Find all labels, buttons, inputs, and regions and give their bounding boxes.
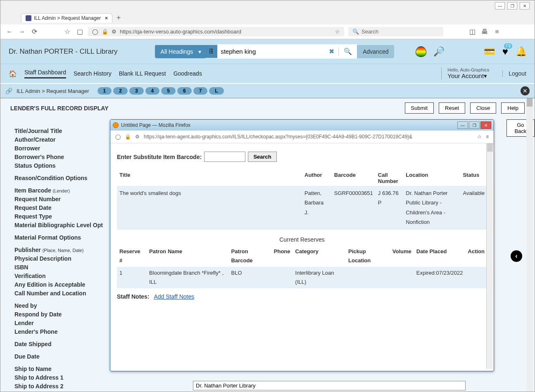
add-staff-notes-link[interactable]: Add Staff Notes <box>154 293 194 300</box>
new-tab-button[interactable]: + <box>117 14 121 22</box>
advanced-search-button[interactable]: Advanced <box>357 45 394 58</box>
tab-bar: ILL Admin > Request Manager × + <box>0 11 535 24</box>
forward-icon[interactable]: → <box>18 28 26 36</box>
account-block[interactable]: Hello, Auto-Graphics Your Account▾ <box>441 67 489 80</box>
popup-window: Untitled Page — Mozilla Firefox — ❐ ✕ ◯ … <box>110 119 494 371</box>
field-label: Request Number <box>14 195 109 203</box>
next-record-icon[interactable]: ‹ <box>511 250 522 262</box>
lock-icon: 🔒 <box>102 29 108 35</box>
pill-5[interactable]: 5 <box>161 87 176 95</box>
popup-scrollbar[interactable] <box>486 143 493 369</box>
pill-4[interactable]: 4 <box>145 87 160 95</box>
search-go-icon[interactable]: 🔍 <box>339 44 357 59</box>
cell-title: The world's smallest dogs <box>117 186 302 230</box>
reload-icon[interactable]: ⟳ <box>30 28 38 36</box>
nav-goodreads[interactable]: Goodreads <box>174 70 202 77</box>
popup-navbar: ◯ 🔒 ⚙ https://qa-tenn-agent.auto-graphic… <box>110 131 494 143</box>
rth-patron-name: Patron Name <box>147 245 228 267</box>
firefox-icon <box>113 122 119 128</box>
balloon-icon[interactable] <box>416 46 426 57</box>
pocket-save-icon[interactable]: ◫ <box>468 28 476 36</box>
popup-lock-icon[interactable]: 🔒 <box>125 134 131 140</box>
pill-7[interactable]: 7 <box>193 87 208 95</box>
popup-maximize-button[interactable]: ❐ <box>469 121 480 129</box>
favorites-icon[interactable]: ♥ F9 <box>502 46 508 57</box>
th-title: Title <box>117 170 302 186</box>
popup-body: Enter Substitute Item Barcode: Search Ti… <box>110 143 494 369</box>
pill-1[interactable]: 1 <box>97 87 112 95</box>
popup-minimize-button[interactable]: — <box>457 121 468 129</box>
window-controls: — ❐ ✕ <box>0 0 535 11</box>
breadcrumb-text[interactable]: ILL Admin > Request Manager <box>17 88 89 94</box>
star-icon[interactable]: ☆ <box>335 29 340 35</box>
rcell-patron-name: Bloomingdale Branch *Firefly* , ILL <box>147 267 228 288</box>
notifications-icon[interactable]: 🔔 <box>516 46 526 57</box>
popup-hamburger-icon[interactable]: ≡ <box>486 134 489 140</box>
logout-link[interactable]: Logout <box>502 70 526 77</box>
pill-6[interactable]: 6 <box>177 87 192 95</box>
popup-titlebar[interactable]: Untitled Page — Mozilla Firefox — ❐ ✕ <box>110 120 494 131</box>
popup-shield-icon[interactable]: ◯ <box>115 134 121 140</box>
close-window-button[interactable]: ✕ <box>520 2 530 10</box>
field-label: Borrower's Phone <box>14 153 109 161</box>
close-panel-icon[interactable]: ✕ <box>521 86 530 95</box>
reserves-heading: Current Reserves <box>117 236 487 243</box>
reset-button[interactable]: Reset <box>439 102 465 114</box>
main-scrollbar[interactable] <box>526 98 533 392</box>
return-to-name-field <box>193 381 466 390</box>
breadcrumb-bar: 🔗 ILL Admin > Request Manager 1 2 3 4 5 … <box>0 83 535 98</box>
greeting-text: Hello, Auto-Graphics <box>447 67 489 72</box>
tab-close-icon[interactable]: × <box>105 15 108 21</box>
rcell-action <box>466 267 487 288</box>
field-label: Verification <box>14 272 109 280</box>
catalog-search-icon[interactable]: 🔎 <box>434 46 445 57</box>
field-label: Request Date <box>14 204 109 211</box>
rcell-category: Interlibrary Loan (ILL) <box>293 267 346 288</box>
hamburger-icon[interactable]: ≡ <box>493 28 501 36</box>
cell-location: Dr. Nathan Porter Public Library - Child… <box>403 186 460 230</box>
popup-settings-icon[interactable]: ⚙ <box>135 134 140 140</box>
search-widget: All Headings 🗄 ✖ 🔍 Advanced <box>155 44 395 59</box>
cell-author: Patten, Barbara J. <box>302 186 332 230</box>
pill-3[interactable]: 3 <box>129 87 144 95</box>
barcode-input[interactable] <box>204 152 245 162</box>
nav-staff-dashboard[interactable]: Staff Dashboard <box>24 69 66 78</box>
print-icon[interactable]: 🖶 <box>480 28 489 36</box>
close-button[interactable]: Close <box>470 102 496 114</box>
browser-tab[interactable]: ILL Admin > Request Manager × <box>21 13 112 23</box>
th-barcode: Barcode <box>332 170 376 186</box>
pill-l[interactable]: L <box>209 87 224 95</box>
nav-blank-ill-request[interactable]: Blank ILL Request <box>119 70 166 77</box>
help-button[interactable]: Help <box>501 102 525 114</box>
browser-search[interactable]: 🔍 Search <box>348 27 443 36</box>
maximize-button[interactable]: ❐ <box>507 2 517 10</box>
your-account-link[interactable]: Your Account▾ <box>447 72 489 80</box>
return-to-name-input[interactable] <box>193 381 466 390</box>
library-card-icon[interactable]: 💳 <box>484 46 495 57</box>
search-scope-dropdown[interactable]: All Headings <box>155 45 206 58</box>
back-icon[interactable]: ← <box>5 28 14 36</box>
pocket-icon[interactable]: ▢ <box>76 28 84 36</box>
bookmark-star-icon[interactable]: ☆ <box>63 28 71 36</box>
home-icon[interactable]: 🏠 <box>9 70 17 78</box>
popup-star-icon[interactable]: ☆ <box>477 134 482 140</box>
field-label: Borrower <box>14 145 109 152</box>
barcode-label: Enter Substitute Item Barcode: <box>117 154 202 160</box>
pill-2[interactable]: 2 <box>113 87 128 95</box>
search-input[interactable] <box>217 45 325 58</box>
rcell-patron-barcode: BLO <box>229 267 271 288</box>
field-label: Ship to Name <box>14 365 109 373</box>
submit-button[interactable]: Submit <box>405 102 434 114</box>
clear-search-icon[interactable]: ✖ <box>325 48 338 55</box>
url-bar[interactable]: ◯ 🔒 ⚙ https://qa-tenv-verso.auto-graphic… <box>88 27 344 36</box>
minimize-button[interactable]: — <box>495 2 505 10</box>
database-icon[interactable]: 🗄 <box>205 45 217 58</box>
popup-close-button[interactable]: ✕ <box>480 121 491 129</box>
field-label: Ship to Address 2 <box>14 382 109 390</box>
reserve-row[interactable]: 1 Bloomingdale Branch *Firefly* , ILL BL… <box>117 267 487 288</box>
barcode-search-button[interactable]: Search <box>248 152 276 162</box>
item-row[interactable]: The world's smallest dogs Patten, Barbar… <box>117 186 487 230</box>
popup-url[interactable]: https://qa-tenn-agent.auto-graphics.com/… <box>144 134 473 140</box>
record-header: LENDER'S FULL RECORD DISPLAY Submit Rese… <box>0 98 535 118</box>
nav-search-history[interactable]: Search History <box>74 70 112 77</box>
